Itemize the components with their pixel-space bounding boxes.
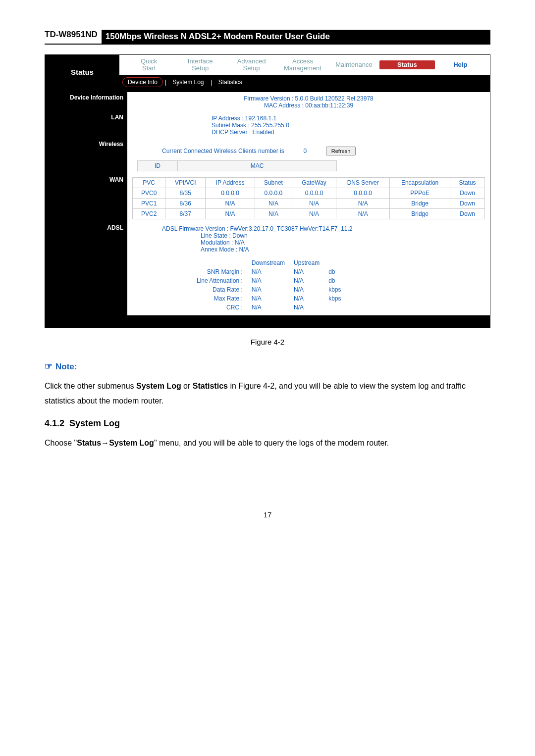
adsl-row: Max Rate :N/AN/Akbps bbox=[193, 295, 345, 302]
cell: N/A bbox=[206, 198, 255, 208]
cell: N/A bbox=[336, 198, 390, 208]
cell: CRC : bbox=[193, 303, 247, 311]
adsl-row: SNR Margin :N/AN/Adb bbox=[193, 268, 345, 276]
cell: N/A bbox=[290, 286, 323, 294]
bold-text: System Log bbox=[109, 439, 154, 447]
section-adsl: ADSL bbox=[45, 222, 127, 315]
note-heading: ☞Note: bbox=[45, 361, 490, 372]
section-title: System Log bbox=[69, 418, 120, 428]
text: Choose " bbox=[45, 439, 77, 447]
cell: N/A bbox=[290, 295, 323, 302]
cell: PVC1 bbox=[133, 198, 165, 208]
subtab-system-log[interactable]: System Log bbox=[167, 78, 209, 87]
model-label: TD-W8951ND bbox=[45, 28, 98, 41]
cell: kbps bbox=[324, 295, 345, 302]
section-lan: LAN bbox=[45, 112, 127, 139]
cell: db bbox=[324, 268, 345, 276]
cell: SNR Margin : bbox=[193, 268, 247, 276]
table-row: PVC2 8/37 N/A N/A N/A N/A Bridge Down bbox=[133, 208, 485, 219]
separator: | bbox=[164, 79, 167, 86]
mac-value: 00:aa:bb:11:22:39 bbox=[305, 102, 353, 109]
cell: 0.0.0.0 bbox=[206, 188, 255, 198]
adsl-row: Data Rate :N/AN/Akbps bbox=[193, 286, 345, 294]
table-row: PVC0 8/35 0.0.0.0 0.0.0.0 0.0.0.0 0.0.0.… bbox=[133, 188, 485, 198]
tab-maintenance[interactable]: Maintenance bbox=[328, 61, 379, 68]
col-id: ID bbox=[138, 160, 178, 171]
subtab-device-info[interactable]: Device Info bbox=[122, 77, 163, 87]
clients-text: Current Connected Wireless Clients numbe… bbox=[132, 148, 284, 154]
cell: db bbox=[324, 277, 345, 285]
adsl-content: ADSL Firmware Version : FwVer:3.20.17.0_… bbox=[127, 222, 490, 315]
device-info-content: Firmware Version : 5.0.0 Build 120522 Re… bbox=[127, 92, 490, 112]
adsl-row: CRC :N/AN/A bbox=[193, 303, 345, 311]
adsl-fw-value: FwVer:3.20.17.0_TC3087 HwVer:T14.F7_11.2 bbox=[230, 225, 353, 232]
cell: N/A bbox=[248, 268, 289, 276]
col-downstream: Downstream bbox=[248, 259, 289, 267]
cell: 8/36 bbox=[165, 198, 206, 208]
cell: 0.0.0.0 bbox=[336, 188, 390, 198]
doc-header: TD-W8951ND 150Mbps Wireless N ADSL2+ Mod… bbox=[45, 30, 490, 45]
modulation-label: Modulation : bbox=[201, 239, 233, 246]
text: Click the other submenus bbox=[45, 382, 136, 390]
bold-text: Statistics bbox=[193, 382, 228, 390]
arrow-icon: → bbox=[101, 439, 109, 447]
col-upstream: Upstream bbox=[290, 259, 323, 267]
note-label: Note: bbox=[55, 362, 77, 371]
cell: PVC0 bbox=[133, 188, 165, 198]
section-wireless: Wireless bbox=[45, 139, 127, 174]
doc-title: 150Mbps Wireless N ADSL2+ Modem Router U… bbox=[102, 30, 490, 44]
bold-text: System Log bbox=[136, 382, 181, 390]
section-num: 4.1.2 bbox=[45, 418, 64, 428]
ip-value: 192.168.1.1 bbox=[245, 115, 276, 122]
cell: Bridge bbox=[390, 198, 450, 208]
figure-caption: Figure 4-2 bbox=[45, 338, 490, 346]
cell: kbps bbox=[324, 286, 345, 294]
section-body: Choose "Status→System Log" menu, and you… bbox=[45, 436, 490, 451]
col-encap: Encapsulation bbox=[390, 177, 450, 188]
adsl-row: Line Attenuation :N/AN/Adb bbox=[193, 277, 345, 285]
annex-value: N/A bbox=[239, 246, 249, 253]
cell: 0.0.0.0 bbox=[292, 188, 336, 198]
col-gateway: GateWay bbox=[292, 177, 336, 188]
table-row: PVC1 8/36 N/A N/A N/A N/A Bridge Down bbox=[133, 198, 485, 208]
col-status: Status bbox=[450, 177, 485, 188]
tab-help[interactable]: Help bbox=[435, 61, 486, 68]
cell: N/A bbox=[290, 268, 323, 276]
cell: N/A bbox=[206, 208, 255, 219]
cell: N/A bbox=[292, 198, 336, 208]
cell bbox=[324, 303, 345, 311]
text: or bbox=[181, 382, 193, 390]
tab-advanced-setup[interactable]: Advanced Setup bbox=[226, 58, 277, 72]
cell: Down bbox=[450, 188, 485, 198]
wan-content: PVC VPI/VCI IP Address Subnet GateWay DN… bbox=[127, 174, 490, 222]
wireless-content: Current Connected Wireless Clients numbe… bbox=[127, 139, 490, 174]
cell: 8/37 bbox=[165, 208, 206, 219]
subnet-value: 255.255.255.0 bbox=[251, 122, 289, 129]
cell: N/A bbox=[248, 303, 289, 311]
page-title-status: Status bbox=[45, 55, 119, 89]
line-state-value: Down bbox=[232, 232, 248, 239]
cell: N/A bbox=[248, 295, 289, 302]
cell: Line Attenuation : bbox=[193, 277, 247, 285]
separator: | bbox=[210, 79, 214, 86]
subtab-statistics[interactable]: Statistics bbox=[214, 78, 247, 87]
col-dns: DNS Server bbox=[336, 177, 390, 188]
tab-access-management[interactable]: Access Management bbox=[277, 58, 328, 72]
pointing-hand-icon: ☞ bbox=[45, 361, 53, 371]
clients-count: 0 bbox=[290, 148, 320, 154]
cell: Bridge bbox=[390, 208, 450, 219]
adsl-fw-label: ADSL Firmware Version : bbox=[162, 225, 228, 232]
note-body: Click the other submenus System Log or S… bbox=[45, 379, 490, 409]
wan-header-row: PVC VPI/VCI IP Address Subnet GateWay DN… bbox=[133, 177, 485, 188]
col-ip: IP Address bbox=[206, 177, 255, 188]
mac-label: MAC Address : bbox=[264, 102, 304, 109]
cell: N/A bbox=[248, 286, 289, 294]
refresh-button[interactable]: Refresh bbox=[326, 147, 356, 155]
section-wan: WAN bbox=[45, 174, 127, 222]
tab-quick-start[interactable]: Quick Start bbox=[123, 58, 174, 72]
router-admin-screenshot: Status Quick Start Interface Setup Advan… bbox=[45, 54, 490, 328]
modulation-value: N/A bbox=[235, 239, 245, 246]
firmware-label: Firmware Version : bbox=[244, 95, 293, 102]
tab-status[interactable]: Status bbox=[379, 60, 434, 69]
tab-interface-setup[interactable]: Interface Setup bbox=[174, 58, 225, 72]
